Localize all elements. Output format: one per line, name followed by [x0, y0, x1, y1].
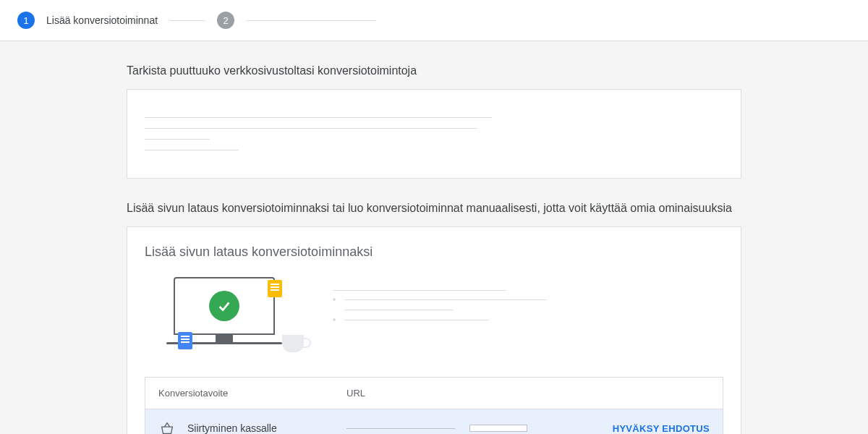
bullet-item [333, 318, 723, 321]
add-card: Lisää sivun lataus konversiotoiminnaksi [127, 226, 741, 434]
goal-cell: Siirtyminen kassalle [158, 420, 346, 434]
card-title: Lisää sivun lataus konversiotoiminnaksi [145, 244, 723, 260]
step-1-label: Lisää konversiotoiminnat [46, 14, 158, 26]
add-section-title: Lisää sivun lataus konversiotoiminnaksi … [127, 202, 741, 215]
table-row: Siirtyminen kassalle HYVÄKSY EHDOTUS [145, 409, 723, 434]
checkmark-icon [209, 291, 239, 321]
suggestions-table: Konversiotavoite URL Siirtyminen kassall… [145, 377, 723, 434]
placeholder-line [145, 128, 477, 129]
placeholder-line [346, 428, 455, 429]
step-2-badge: 2 [217, 12, 234, 29]
illustration-row [145, 277, 723, 357]
col-header-goal: Konversiotavoite [158, 388, 346, 399]
placeholder-box [469, 425, 527, 432]
check-card [127, 89, 741, 179]
step-connector [246, 20, 376, 21]
illustration-text [333, 277, 723, 328]
monitor-illustration [145, 277, 304, 357]
accept-suggestion-button[interactable]: HYVÄKSY EHDOTUS [613, 423, 710, 434]
document-yellow-icon [268, 280, 282, 297]
bullet-item [333, 298, 723, 301]
url-cell [346, 425, 579, 432]
basket-icon [158, 420, 176, 434]
main-content: Tarkista puuttuuko verkkosivustoltasi ko… [127, 41, 741, 434]
placeholder-line [145, 150, 239, 150]
step-1-badge: 1 [17, 12, 35, 29]
stepper-header: 1 Lisää konversiotoiminnat 2 [0, 0, 868, 41]
step-connector [169, 20, 205, 21]
placeholder-line [145, 139, 210, 140]
bullet-item [333, 308, 723, 311]
check-section-title: Tarkista puuttuuko verkkosivustoltasi ko… [127, 64, 741, 77]
col-header-url: URL [346, 388, 579, 399]
document-blue-icon [178, 332, 192, 349]
placeholder-line [333, 290, 506, 291]
placeholder-line [145, 117, 492, 118]
goal-label: Siirtyminen kassalle [187, 422, 277, 434]
table-header: Konversiotavoite URL [145, 378, 723, 409]
cup-icon [282, 335, 304, 352]
